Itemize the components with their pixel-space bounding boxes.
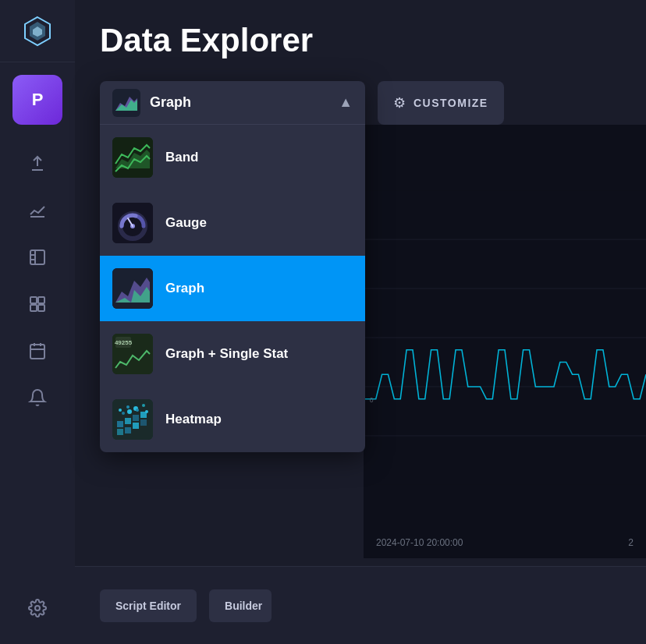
dropdown-item-band[interactable]: Band [100, 125, 365, 190]
timeline-end: 2 [628, 537, 634, 548]
graph-chart-icon [112, 268, 153, 309]
svg-rect-37 [125, 427, 131, 433]
graph-header-icon [112, 89, 140, 117]
dropdown-item-graph-single-stat[interactable]: 49255 Graph + Single Stat [100, 321, 365, 387]
svg-point-41 [126, 405, 130, 409]
sidebar-nav [0, 137, 75, 588]
dropdown-list: Band [100, 125, 365, 452]
dropdown-header-label: Graph [150, 94, 339, 111]
svg-rect-10 [38, 305, 44, 311]
svg-rect-11 [30, 345, 44, 359]
dashboards-icon [28, 295, 47, 313]
graph-single-stat-label: Graph + Single Stat [165, 346, 288, 362]
sidebar-settings[interactable] [17, 588, 58, 644]
sidebar-item-alerts[interactable] [17, 377, 58, 418]
script-editor-button[interactable]: Script Editor [100, 589, 197, 622]
heatmap-chart-icon [112, 399, 153, 440]
dropdown-item-gauge[interactable]: Gauge [100, 190, 365, 256]
svg-rect-32 [117, 421, 123, 427]
main-content: Data Explorer Graph ▲ [75, 0, 646, 644]
band-label: Band [165, 150, 199, 165]
user-avatar[interactable]: P [12, 75, 62, 125]
chart-svg: 0 [364, 125, 646, 550]
notebooks-icon [28, 248, 47, 267]
svg-point-15 [35, 606, 40, 610]
timeline-start: 2024-07-10 20:00:00 [376, 537, 463, 548]
svg-rect-36 [117, 429, 123, 435]
alerts-icon [28, 388, 47, 407]
svg-rect-39 [140, 419, 147, 426]
svg-rect-38 [133, 423, 139, 429]
gauge-chart-icon [112, 203, 153, 243]
page-title: Data Explorer [100, 22, 621, 59]
svg-point-44 [122, 412, 125, 415]
sidebar-item-settings[interactable] [17, 588, 58, 628]
svg-point-46 [136, 409, 139, 412]
dropdown-item-graph[interactable]: Graph [100, 256, 365, 321]
analytics-icon [28, 201, 47, 220]
gear-icon: ⚙ [393, 94, 406, 111]
svg-text:49255: 49255 [115, 339, 133, 346]
heatmap-label: Heatmap [165, 412, 222, 427]
svg-text:0: 0 [370, 396, 374, 404]
graph-label: Graph [165, 281, 204, 296]
gauge-label: Gauge [165, 215, 207, 231]
customize-button[interactable]: ⚙ CUSTOMIZE [378, 81, 504, 125]
app-logo-icon [20, 14, 55, 48]
upload-icon [28, 154, 47, 173]
builder-button[interactable]: Builder [209, 589, 272, 622]
svg-point-43 [142, 404, 145, 407]
svg-point-40 [119, 409, 122, 412]
svg-rect-33 [125, 418, 131, 424]
dropdown-item-heatmap[interactable]: Heatmap [100, 387, 365, 452]
sidebar-item-analytics[interactable] [17, 190, 58, 231]
band-chart-icon [112, 137, 153, 178]
svg-rect-3 [30, 250, 44, 264]
sidebar-item-notebooks[interactable] [17, 237, 58, 278]
svg-rect-9 [30, 305, 37, 311]
customize-label: CUSTOMIZE [414, 97, 488, 109]
dropdown-header[interactable]: Graph ▲ [100, 81, 365, 125]
bottom-panel: Script Editor Builder [75, 566, 646, 644]
timeline-row: 2024-07-10 20:00:00 2 [364, 527, 646, 558]
sidebar-item-upload[interactable] [17, 143, 58, 184]
svg-point-47 [145, 410, 148, 413]
tasks-icon [28, 341, 47, 360]
dropdown-menu: Graph ▲ [100, 81, 365, 452]
settings-icon [28, 599, 47, 617]
chevron-up-icon: ▲ [339, 94, 353, 111]
svg-rect-34 [133, 415, 139, 421]
sidebar-logo [0, 0, 75, 62]
graph-single-stat-icon: 49255 [112, 334, 153, 374]
svg-rect-7 [30, 297, 37, 303]
sidebar-item-dashboards[interactable] [17, 284, 58, 324]
chart-area: 0 [364, 125, 646, 550]
sidebar-item-tasks[interactable] [17, 331, 58, 371]
svg-point-45 [127, 409, 132, 414]
sidebar: P [0, 0, 75, 644]
svg-rect-8 [38, 297, 44, 303]
controls-row: Graph ▲ [100, 81, 621, 125]
